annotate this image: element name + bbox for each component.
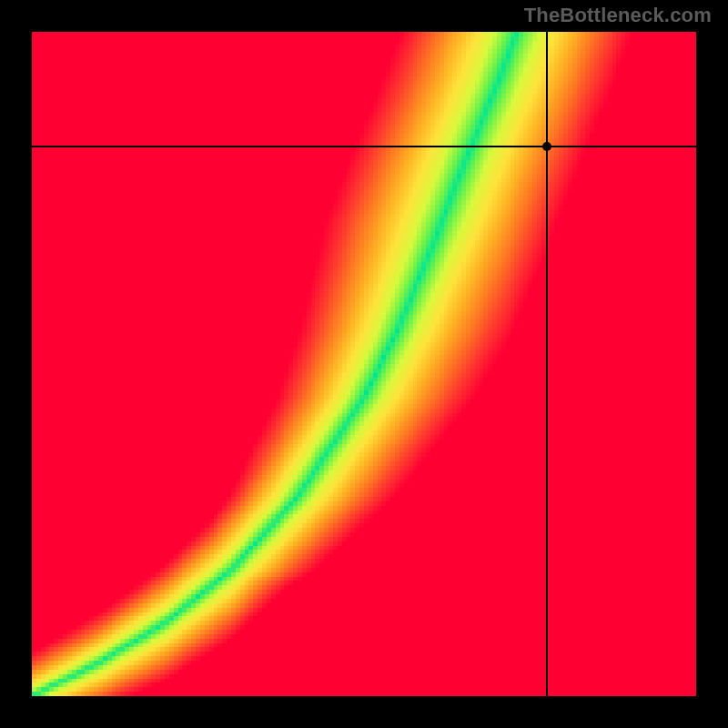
watermark-text: TheBottleneck.com	[524, 4, 712, 27]
chart-frame: TheBottleneck.com	[0, 0, 728, 728]
heatmap-canvas	[32, 32, 696, 696]
heatmap-plot	[32, 32, 696, 696]
